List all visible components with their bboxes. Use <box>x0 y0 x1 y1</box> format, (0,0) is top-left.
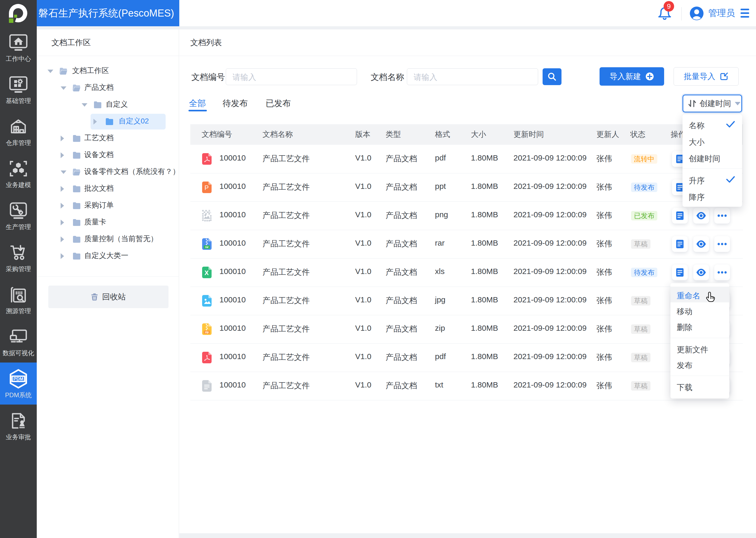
svg-text:rar: rar <box>205 245 209 248</box>
svg-text:zip: zip <box>205 331 209 334</box>
svg-text:9: 9 <box>667 2 671 10</box>
svg-text:P: P <box>205 184 209 191</box>
svg-text:PDM: PDM <box>13 376 24 381</box>
svg-text:X: X <box>205 269 209 276</box>
